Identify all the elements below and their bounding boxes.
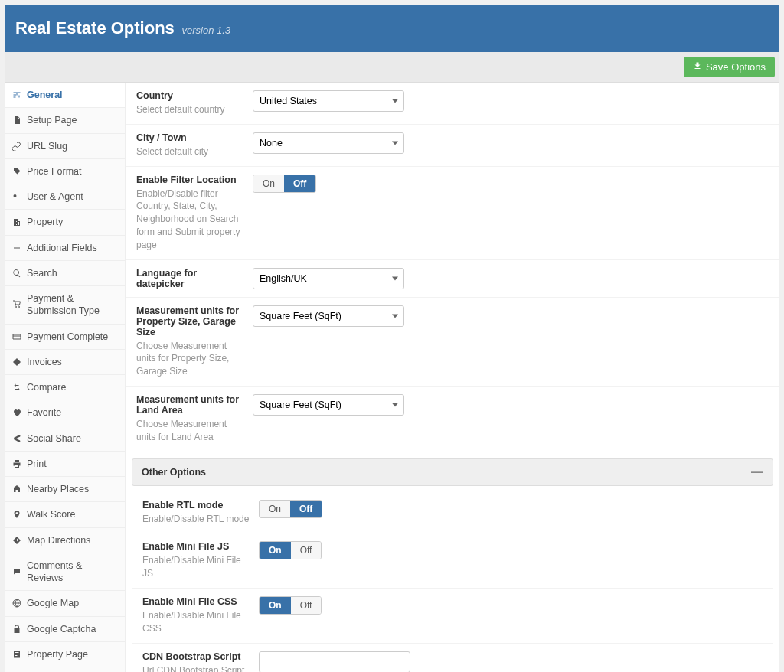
sidebar-item-label: Walk Score — [27, 508, 75, 520]
key-icon — [12, 192, 21, 201]
mini-css-toggle[interactable]: On Off — [259, 596, 322, 615]
places-icon — [12, 484, 21, 494]
sidebar-item-property[interactable]: Property — [5, 210, 125, 235]
field-desc: Select default country — [136, 103, 245, 116]
sidebar-item-setup-page[interactable]: Setup Page — [5, 108, 125, 133]
field-units-land: Measurement units for Land Area Choose M… — [126, 387, 779, 452]
sidebar-item-google-map[interactable]: Google Map — [5, 591, 125, 616]
field-label: Measurement units for Property Size, Gar… — [136, 305, 245, 338]
save-options-button[interactable]: Save Options — [684, 57, 775, 77]
sidebar-item-invoices[interactable]: Invoices — [5, 350, 125, 375]
units-land-select[interactable]: Square Feet (SqFt) — [253, 394, 404, 416]
sidebar-item-label: Price Format — [27, 165, 82, 178]
toggle-off[interactable]: Off — [284, 175, 315, 192]
country-select[interactable]: United States — [253, 90, 404, 112]
city-select[interactable]: None — [253, 132, 404, 154]
card-icon — [12, 332, 21, 341]
sidebar-item-walk-score[interactable]: Walk Score — [5, 502, 125, 527]
lock-icon — [12, 625, 21, 634]
sidebar-item-agent-page[interactable]: Agent Page — [5, 667, 125, 672]
toggle-on[interactable]: On — [260, 597, 291, 614]
field-desc: Enable/Disable filter Country, State, Ci… — [136, 188, 245, 252]
toggle-off[interactable]: Off — [290, 501, 322, 517]
sidebar-item-url-slug[interactable]: URL Slug — [5, 134, 125, 159]
toggle-on[interactable]: On — [260, 501, 290, 517]
field-desc: Select default city — [136, 145, 245, 158]
globe-icon — [12, 599, 21, 608]
field-label: City / Town — [136, 132, 245, 143]
sidebar-item-general[interactable]: General — [5, 83, 125, 108]
sidebar-item-label: Payment Complete — [27, 331, 108, 343]
print-icon — [12, 459, 21, 468]
pin-icon — [12, 510, 21, 519]
filter-location-toggle[interactable]: On Off — [253, 175, 316, 193]
sidebar-item-nearby-places[interactable]: Nearby Places — [5, 477, 125, 502]
sidebar-item-payment-complete[interactable]: Payment Complete — [5, 325, 125, 350]
rtl-toggle[interactable]: On Off — [259, 500, 322, 518]
sidebar-item-label: Additional Fields — [27, 242, 97, 254]
sidebar-item-search[interactable]: Search — [5, 261, 125, 286]
field-rtl: Enable RTL mode Enable/Disable RTL mode … — [132, 492, 773, 534]
field-label: Measurement units for Land Area — [136, 394, 245, 416]
field-desc: Choose Measurement units for Land Area — [136, 418, 245, 444]
section-other-options-header[interactable]: Other Options — — [132, 458, 773, 486]
field-datepicker-lang: Language for datepicker English/UK — [126, 260, 779, 298]
sidebar-item-social-share[interactable]: Social Share — [5, 426, 125, 452]
directions-icon — [12, 536, 21, 545]
building-icon — [12, 217, 21, 227]
sidebar-item-label: Property Page — [27, 648, 88, 661]
sidebar-item-payment-submission[interactable]: Payment & Submission Type — [5, 286, 125, 325]
file-icon — [12, 116, 21, 125]
save-button-label: Save Options — [706, 61, 766, 73]
sidebar-item-label: Compare — [27, 381, 66, 393]
search-icon — [12, 269, 21, 278]
toggle-on[interactable]: On — [253, 175, 284, 192]
sidebar-item-user-agent[interactable]: User & Agent — [5, 184, 125, 210]
sidebar-item-label: Print — [27, 458, 47, 470]
field-desc: Enable/Disable Mini File CSS — [142, 609, 251, 635]
field-mini-js: Enable Mini File JS Enable/Disable Mini … — [132, 533, 773, 589]
sidebar-item-label: Nearby Places — [27, 483, 89, 495]
sidebar-item-additional-fields[interactable]: Additional Fields — [5, 236, 125, 261]
toggle-on[interactable]: On — [260, 542, 291, 559]
link-icon — [12, 142, 21, 151]
sidebar-item-label: Google Captcha — [27, 623, 96, 635]
field-filter-location: Enable Filter Location Enable/Disable fi… — [126, 167, 779, 260]
sidebar-item-label: Payment & Submission Type — [27, 292, 117, 318]
save-icon — [693, 61, 702, 73]
sidebar-item-label: Social Share — [27, 432, 81, 445]
field-desc: Url CDN Bootstrap Script — [142, 664, 251, 672]
page-title: Real Estate Options — [15, 18, 175, 38]
field-desc: Enable/Disable RTL mode — [142, 513, 251, 526]
mini-js-toggle[interactable]: On Off — [259, 541, 322, 559]
sidebar-item-price-format[interactable]: Price Format — [5, 159, 125, 184]
cdn-script-input[interactable] — [259, 651, 410, 672]
field-label: Country — [136, 90, 245, 101]
content: Country Select default country United St… — [126, 83, 779, 672]
toggle-off[interactable]: Off — [291, 542, 322, 559]
sidebar-item-label: URL Slug — [27, 140, 67, 152]
section-title: Other Options — [142, 467, 206, 478]
sidebar-item-label: Google Map — [27, 597, 79, 609]
sidebar-item-google-captcha[interactable]: Google Captcha — [5, 617, 125, 642]
toggle-off[interactable]: Off — [291, 597, 322, 614]
sidebar-item-favorite[interactable]: Favorite — [5, 400, 125, 426]
sidebar-item-comments-reviews[interactable]: Comments & Reviews — [5, 553, 125, 592]
diamond-icon — [12, 357, 21, 367]
sidebar-item-label: Invoices — [27, 356, 62, 368]
compare-icon — [12, 383, 21, 392]
field-units-property: Measurement units for Property Size, Gar… — [126, 298, 779, 387]
units-property-select[interactable]: Square Feet (SqFt) — [253, 305, 404, 327]
field-desc: Enable/Disable Mini File JS — [142, 554, 251, 580]
field-desc: Choose Measurement units for Property Si… — [136, 340, 245, 378]
sidebar-item-print[interactable]: Print — [5, 452, 125, 477]
toolbar: Save Options — [5, 52, 779, 83]
datepicker-lang-select[interactable]: English/UK — [253, 268, 404, 289]
field-city: City / Town Select default city None — [126, 125, 779, 167]
page-header: Real Estate Options version 1.3 — [5, 5, 779, 52]
sidebar-item-compare[interactable]: Compare — [5, 375, 125, 400]
heart-icon — [12, 408, 21, 417]
sidebar-item-property-page[interactable]: Property Page — [5, 642, 125, 667]
field-label: Enable RTL mode — [142, 500, 251, 511]
sidebar-item-map-directions[interactable]: Map Directions — [5, 528, 125, 553]
